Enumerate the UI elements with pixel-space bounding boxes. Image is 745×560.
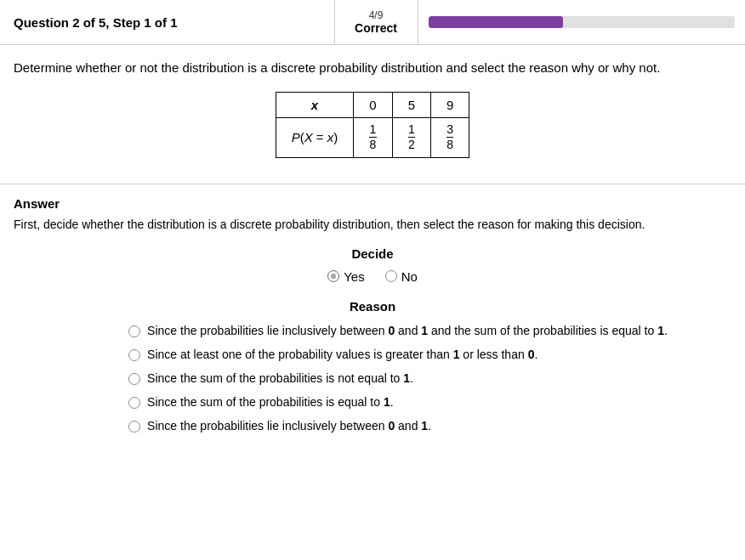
question-label: Question 2 of 5, Step 1 of 1 bbox=[0, 0, 334, 44]
px-label: P(X = x) bbox=[292, 130, 338, 144]
reason-radio-5[interactable] bbox=[128, 421, 140, 433]
table-wrapper: x 0 5 9 P(X = x) 1 8 1 2 bbox=[14, 92, 731, 158]
reason-radio-3[interactable] bbox=[128, 373, 140, 385]
reason-text-5: Since the probabilities lie inclusively … bbox=[147, 419, 431, 433]
reason-radio-4[interactable] bbox=[128, 397, 140, 409]
decide-no-radio[interactable] bbox=[385, 270, 397, 282]
header: Question 2 of 5, Step 1 of 1 4/9 Correct bbox=[0, 0, 745, 45]
answer-title: Answer bbox=[14, 196, 731, 211]
reason-text-3: Since the sum of the probabilities is no… bbox=[147, 371, 413, 385]
x-label: x bbox=[276, 93, 354, 118]
x-value-2: 9 bbox=[430, 93, 469, 118]
divider bbox=[0, 184, 745, 184]
probability-table: x 0 5 9 P(X = x) 1 8 1 2 bbox=[276, 92, 470, 158]
decide-options: Yes No bbox=[14, 269, 731, 284]
reason-text-2: Since at least one of the probability va… bbox=[147, 348, 537, 361]
reason-section: Reason Since the probabilities lie inclu… bbox=[14, 299, 731, 443]
decide-yes-label: Yes bbox=[344, 269, 364, 284]
reason-option-5[interactable]: Since the probabilities lie inclusively … bbox=[128, 419, 668, 433]
decide-yes-radio[interactable] bbox=[327, 270, 339, 282]
reason-radio-2[interactable] bbox=[128, 349, 140, 361]
answer-section: Answer First, decide whether the distrib… bbox=[0, 196, 745, 443]
decide-label: Decide bbox=[14, 246, 731, 261]
main-content: Determine whether or not the distributio… bbox=[0, 45, 745, 158]
decide-no-option[interactable]: No bbox=[385, 269, 418, 284]
x-value-1: 5 bbox=[392, 93, 430, 118]
reason-options: Since the probabilities lie inclusively … bbox=[128, 324, 668, 443]
status-section: 4/9 Correct bbox=[334, 0, 418, 44]
progress-bar-bg bbox=[429, 16, 736, 28]
question-label-text: Question 2 of 5, Step 1 of 1 bbox=[14, 15, 178, 30]
x-value-0: 0 bbox=[354, 93, 392, 118]
progress-bar-fill bbox=[429, 16, 564, 28]
decide-no-label: No bbox=[401, 269, 418, 284]
reason-option-1[interactable]: Since the probabilities lie inclusively … bbox=[128, 324, 668, 337]
table-row-px: P(X = x) 1 8 1 2 3 bbox=[276, 118, 469, 158]
px-value-1: 1 2 bbox=[392, 118, 430, 158]
decide-section: Decide Yes No bbox=[14, 246, 731, 284]
reason-label: Reason bbox=[14, 299, 731, 314]
decide-yes-option[interactable]: Yes bbox=[327, 269, 364, 284]
reason-option-3[interactable]: Since the sum of the probabilities is no… bbox=[128, 371, 668, 385]
px-value-0: 1 8 bbox=[354, 118, 392, 158]
reason-text-4: Since the sum of the probabilities is eq… bbox=[147, 395, 394, 409]
reason-radio-1[interactable] bbox=[128, 325, 140, 337]
reason-text-1: Since the probabilities lie inclusively … bbox=[147, 324, 668, 337]
px-label-cell: P(X = x) bbox=[276, 118, 354, 158]
question-text: Determine whether or not the distributio… bbox=[14, 60, 731, 75]
table-row-x: x 0 5 9 bbox=[276, 93, 469, 118]
reason-option-2[interactable]: Since at least one of the probability va… bbox=[128, 348, 668, 361]
fraction-text: 4/9 bbox=[369, 9, 384, 21]
correct-label: Correct bbox=[355, 21, 397, 35]
reason-option-4[interactable]: Since the sum of the probabilities is eq… bbox=[128, 395, 668, 409]
answer-instruction: First, decide whether the distribution i… bbox=[14, 218, 731, 231]
progress-bar-container bbox=[418, 0, 746, 44]
px-value-2: 3 8 bbox=[430, 118, 469, 158]
